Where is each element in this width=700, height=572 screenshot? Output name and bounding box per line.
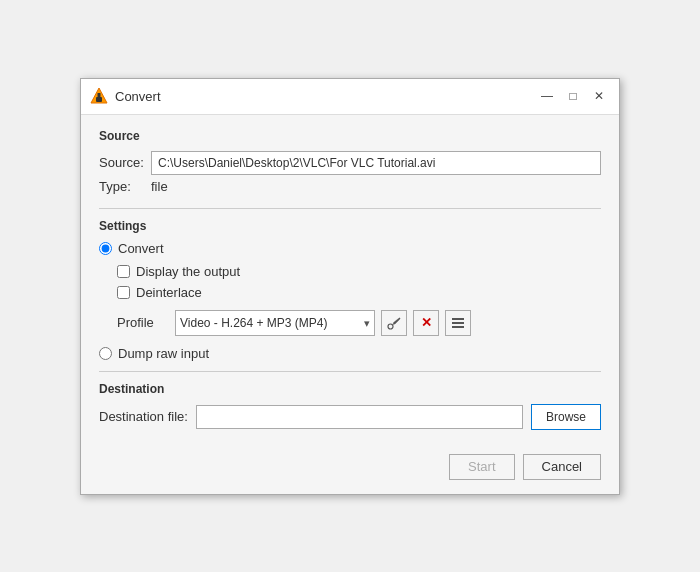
cancel-button[interactable]: Cancel: [523, 454, 601, 480]
dump-radio-row: Dump raw input: [99, 346, 601, 361]
delete-icon: ✕: [421, 315, 432, 330]
dialog-content: Source Source: Type: file Settings Conve…: [81, 115, 619, 444]
window-title: Convert: [115, 89, 161, 104]
dump-radio[interactable]: [99, 347, 112, 360]
settings-icon-button[interactable]: [381, 310, 407, 336]
new-profile-button[interactable]: [445, 310, 471, 336]
divider-1: [99, 208, 601, 209]
maximize-button[interactable]: □: [561, 85, 585, 107]
svg-point-3: [388, 324, 393, 329]
dest-file-input[interactable]: [196, 405, 523, 429]
profile-select-wrapper: Video - H.264 + MP3 (MP4) Video - H.265 …: [175, 310, 375, 336]
settings-section: Settings Convert Display the output Dein…: [99, 219, 601, 361]
dump-label[interactable]: Dump raw input: [118, 346, 209, 361]
dialog-footer: Start Cancel: [81, 444, 619, 494]
divider-2: [99, 371, 601, 372]
profile-select[interactable]: Video - H.264 + MP3 (MP4) Video - H.265 …: [175, 310, 375, 336]
source-row: Source:: [99, 151, 601, 175]
delete-profile-button[interactable]: ✕: [413, 310, 439, 336]
display-output-row: Display the output: [117, 264, 601, 279]
destination-section: Destination Destination file: Browse: [99, 382, 601, 430]
deinterlace-label[interactable]: Deinterlace: [136, 285, 202, 300]
type-key: Type:: [99, 179, 151, 194]
svg-rect-6: [452, 326, 464, 328]
profile-label: Profile: [117, 315, 169, 330]
source-section-label: Source: [99, 129, 601, 143]
title-bar-left: Convert: [89, 86, 161, 106]
display-output-label[interactable]: Display the output: [136, 264, 240, 279]
settings-section-label: Settings: [99, 219, 601, 233]
type-value: file: [151, 179, 168, 194]
source-input[interactable]: [151, 151, 601, 175]
convert-radio-row: Convert: [99, 241, 601, 256]
deinterlace-checkbox[interactable]: [117, 286, 130, 299]
list-icon: [451, 316, 465, 330]
dest-file-label: Destination file:: [99, 409, 188, 424]
convert-radio[interactable]: [99, 242, 112, 255]
destination-section-label: Destination: [99, 382, 601, 396]
source-section: Source Source: Type: file: [99, 129, 601, 194]
start-button[interactable]: Start: [449, 454, 514, 480]
source-key: Source:: [99, 155, 151, 170]
svg-rect-2: [98, 93, 101, 97]
svg-rect-4: [452, 318, 464, 320]
wrench-icon: [387, 316, 401, 330]
svg-rect-1: [96, 97, 102, 102]
convert-label[interactable]: Convert: [118, 241, 164, 256]
vlc-icon: [89, 86, 109, 106]
minimize-button[interactable]: —: [535, 85, 559, 107]
destination-row: Destination file: Browse: [99, 404, 601, 430]
title-bar: Convert — □ ✕: [81, 79, 619, 115]
close-button[interactable]: ✕: [587, 85, 611, 107]
deinterlace-row: Deinterlace: [117, 285, 601, 300]
type-row: Type: file: [99, 179, 601, 194]
profile-row: Profile Video - H.264 + MP3 (MP4) Video …: [117, 310, 601, 336]
browse-button[interactable]: Browse: [531, 404, 601, 430]
convert-dialog: Convert — □ ✕ Source Source: Type: file …: [80, 78, 620, 495]
title-bar-controls: — □ ✕: [535, 85, 611, 107]
svg-rect-5: [452, 322, 464, 324]
display-output-checkbox[interactable]: [117, 265, 130, 278]
